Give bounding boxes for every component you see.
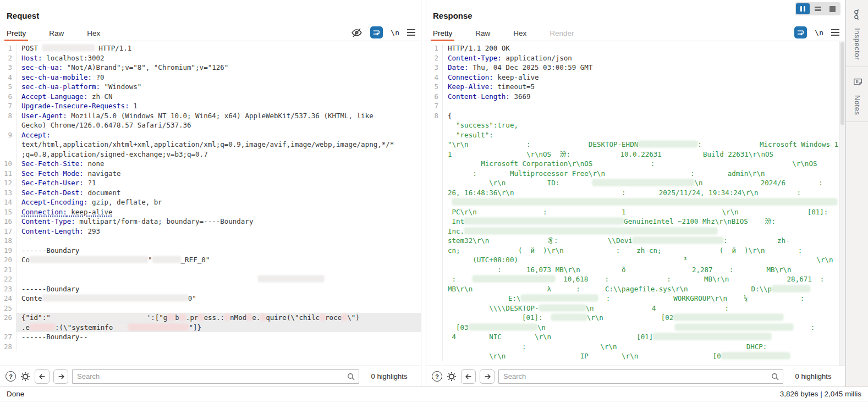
search-prev-button[interactable] [461,369,476,384]
redacted-text [30,256,148,263]
search-prev-button[interactable] [35,369,50,384]
code-line: 17Content-Length: 293 [0,227,421,236]
redacted-text [473,275,555,282]
line-number: 22 [0,274,17,284]
wrap-lines-icon [372,29,381,37]
code-line: IntGenuineIntel ~2100 Mhz\r\nBIOS 汾: [426,217,845,227]
hide-eye-icon[interactable] [351,27,362,38]
code-line: MB\r\n λ : C:\\pagefile.sys\r\nD:\\p [426,284,845,294]
response-tabbar: Pretty Raw Hex Render \n [426,26,845,41]
line-number: 5 [426,82,443,92]
line-number [426,227,443,236]
word-wrap-toggle-icon[interactable] [370,26,383,38]
code-line: 1HTTP/1.1 200 OK [426,43,845,53]
code-line: 1POST HTTP/1.1 [0,43,421,53]
code-line: \\\\DESKTOP-\n 4:\r\n [426,303,845,313]
layout-rows-button[interactable] [811,3,825,14]
code-line: stem32\r\n 豸: \\Devi: zh- [426,236,845,246]
code-line: 2Host: localhost:3002 [0,53,421,63]
code-line: 16Content-Type: multipart/form-data; bou… [0,217,421,227]
code-line: E:\ :WORKGROUP\r\n ¼: [426,294,845,303]
code-line: 11Sec-Fetch-Mode: navigate [0,169,421,179]
code-line: 25 [0,303,421,313]
line-number: 25 [0,303,17,313]
tab-raw[interactable]: Raw [48,28,65,41]
code-line: 8User-Agent: Mozilla/5.0 (Windows NT 10.… [0,111,421,121]
burp-http-message-viewer: Request Pretty Raw Hex [0,0,868,403]
line-number: 26 [0,313,17,323]
code-line: 6Content-Length: 3669 [426,92,845,102]
newline-toggle-button[interactable]: \n [391,29,399,37]
redacted-text [42,295,188,301]
vertical-scrollbar[interactable] [839,41,845,366]
settings-gear-icon[interactable] [446,371,457,382]
code-line: [01]: \r\n[02 [426,313,845,323]
request-search-input[interactable] [72,369,359,384]
line-number: 1 [0,43,17,53]
code-line: : 16,073 MB\r\n ô 2,287 : MB\r\n : [426,265,845,275]
redacted-text [342,314,347,321]
tab-pretty[interactable]: Pretty [6,28,27,41]
code-line: \r\n IP \r\n [0 [426,351,845,361]
code-line: 7Upgrade-Insecure-Requests: 1 [0,101,421,111]
tab-render: Render [548,28,575,41]
tab-hex[interactable]: Hex [86,28,101,41]
line-number [426,169,443,179]
hamburger-icon [831,29,839,36]
code-line: 4Connection: keep-alive [426,73,845,82]
redacted-text [464,218,624,224]
line-number: 14 [0,197,17,207]
code-line: text/html,application/xhtml+xml,applicat… [0,140,421,150]
redacted-text [539,305,586,311]
tab-hex[interactable]: Hex [512,28,528,41]
line-number: 16 [0,217,17,227]
help-icon[interactable]: ? [6,371,16,382]
help-icon[interactable]: ? [432,371,442,382]
code-line: 27------Boundary-- [0,332,421,342]
response-editor[interactable]: 1HTTP/1.1 200 OK2Content-Type: applicati… [426,41,845,366]
line-number [426,217,443,227]
code-line: 22 [0,274,421,284]
word-wrap-toggle-icon[interactable] [794,26,807,38]
redacted-text [464,228,717,234]
code-line: PC\r\n : 1\r\n[01]: [426,207,845,217]
search-icon [771,372,779,381]
redacted-text [551,314,587,321]
newline-toggle-button[interactable]: \n [815,29,823,37]
panel-splitter[interactable] [421,0,426,387]
line-number [426,150,443,159]
layout-columns-button[interactable] [796,3,810,14]
rows-icon [815,7,821,11]
redacted-text [638,141,697,147]
sidebar-tab-inspector[interactable]: Inspector [846,0,868,67]
line-number: 27 [0,332,17,342]
settings-gear-icon[interactable] [20,371,31,382]
tab-pretty[interactable]: Pretty [432,28,453,41]
code-line: : Multiprocessor Free\r\n: admin\r\n : [426,169,845,179]
response-search-input[interactable] [498,369,783,384]
menu-icon[interactable] [407,29,415,36]
tab-raw[interactable]: Raw [474,28,491,41]
menu-icon[interactable] [831,29,839,36]
response-title: Response [433,11,473,20]
request-editor[interactable]: 1POST HTTP/1.12Host: localhost:30023sec-… [0,41,421,366]
line-number [426,323,443,333]
line-number [426,197,443,207]
search-next-button[interactable] [53,369,68,384]
arrow-left-icon [465,373,473,380]
redacted-text [198,314,204,321]
line-number: 5 [0,82,17,92]
code-line: Inc. [426,227,845,236]
search-icon [347,372,355,381]
layout-single-button[interactable] [826,3,839,14]
request-header: Request [0,0,421,26]
code-line: 12Sec-Fetch-User: ?1 [0,178,421,188]
gear-icon [446,371,457,382]
response-searchbar: ? [426,366,845,387]
code-line: 20Co"_REF_0" [0,255,421,265]
code-line: 10Sec-Fetch-Site: none [0,159,421,169]
scrollbar-thumb[interactable] [840,42,844,125]
search-next-button[interactable] [480,369,495,384]
sidebar-tab-notes[interactable]: Notes [846,67,868,122]
line-number: 4 [426,73,443,82]
